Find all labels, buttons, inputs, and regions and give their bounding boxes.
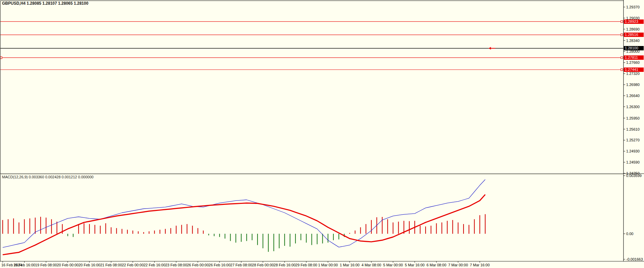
- level-price-tag[interactable]: 1.28923: [624, 19, 644, 24]
- time-axis-label: 21 Feb 08:00: [100, 263, 122, 267]
- price-axis-label: 1.24590: [626, 160, 640, 164]
- symbol-ohlc-title: GBPUSD,H4 1.28085 1.28107 1.28065 1.2810…: [2, 1, 88, 6]
- macd-axis-label: -0.001663: [626, 257, 643, 261]
- chart-canvas[interactable]: 1.293701.290301.286901.283401.280001.276…: [0, 0, 644, 268]
- line-handle[interactable]: [621, 20, 623, 23]
- time-axis-label: 28 Feb 16:00: [274, 263, 295, 267]
- time-axis-label: 7 Mar 16:00: [470, 263, 490, 267]
- time-axis-label: 26 Feb 16:00: [209, 263, 231, 267]
- price-axis-label: 1.24930: [626, 149, 640, 153]
- line-handle[interactable]: [621, 57, 623, 59]
- price-axis-label: 1.29370: [626, 5, 640, 9]
- time-axis-label: 23 Feb 08:00: [165, 263, 187, 267]
- time-axis-label: 1 Mar 00:00: [318, 263, 338, 267]
- time-axis-label: 7 Mar 00:00: [448, 263, 468, 267]
- price-axis-label: 1.25270: [626, 138, 640, 142]
- level-price-tag[interactable]: 1.27441: [624, 68, 644, 72]
- macd-axis-label: 0.003599: [626, 174, 642, 178]
- level-price-tag[interactable]: 1.28516: [624, 33, 644, 37]
- chart-window: { "title": { "symbol_period": "GBPUSD,H4…: [0, 0, 644, 268]
- time-axis-label: 19 Feb 08:00: [35, 263, 57, 267]
- price-axis-label: 1.26300: [626, 105, 640, 109]
- time-axis-label: 28 Feb 00:00: [252, 263, 274, 267]
- macd-axis-label: 0.00: [626, 232, 633, 236]
- current-price-tag[interactable]: 1.28100: [624, 46, 644, 50]
- time-axis-label: 22 Feb 16:00: [144, 263, 165, 267]
- time-axis-label: 4 Mar 08:00: [361, 263, 381, 267]
- time-axis-label: 1 Mar 16:00: [340, 263, 360, 267]
- time-axis-label: 6 Mar 08:00: [427, 263, 446, 267]
- time-axis-label: 20 Feb 16:00: [79, 263, 100, 267]
- time-axis-label: 27 Feb 08:00: [230, 263, 252, 267]
- time-axis-label: 5 Mar 00:00: [383, 263, 403, 267]
- time-axis-label: 20 Feb 00:00: [57, 263, 79, 267]
- price-axis-label: 1.27660: [626, 60, 640, 64]
- line-handle[interactable]: [621, 34, 623, 36]
- macd-indicator-label: MACD(12,26,9) 0.003360 0.002428 0.001212…: [2, 175, 93, 179]
- price-axis-label: 1.25610: [626, 127, 640, 131]
- level-price-tag[interactable]: 1.27811: [624, 55, 644, 60]
- time-axis-label: 26 Feb 00:00: [187, 263, 209, 267]
- price-axis-label: 1.26980: [626, 83, 640, 87]
- macd-signal-line: [3, 194, 485, 255]
- time-axis-label: 16 Feb 16:00: [13, 263, 35, 267]
- price-axis-label: 1.25950: [626, 116, 640, 120]
- price-axis-label: 1.26640: [626, 94, 640, 98]
- time-axis-label: 5 Mar 16:00: [405, 263, 425, 267]
- time-axis-label: 29 Feb 08:00: [295, 263, 317, 267]
- line-handle[interactable]: [621, 69, 623, 71]
- price-axis-label: 1.28340: [626, 39, 640, 43]
- price-axis-label: 1.28690: [626, 27, 640, 31]
- time-axis-label: 22 Feb 00:00: [122, 263, 144, 267]
- current-price-arrow: [489, 47, 491, 50]
- macd-line: [3, 180, 485, 248]
- price-axis-label: 1.27320: [626, 72, 640, 76]
